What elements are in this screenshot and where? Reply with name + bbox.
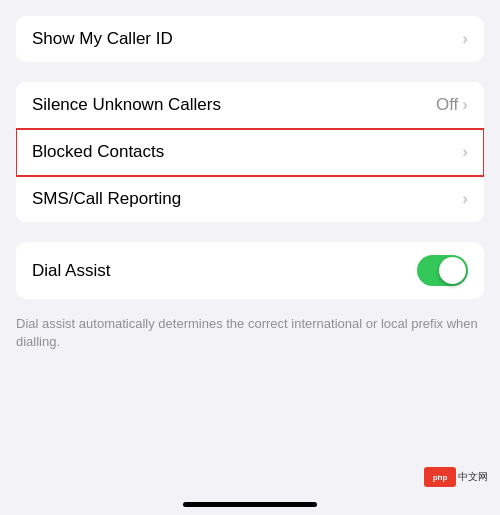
toggle-thumb <box>439 257 466 284</box>
dial-assist-toggle[interactable] <box>417 255 468 286</box>
watermark-logo: php <box>424 467 456 487</box>
dial-assist-description: Dial assist automatically determines the… <box>0 307 500 363</box>
show-caller-id-row[interactable]: Show My Caller ID › <box>16 16 484 62</box>
silence-unknown-row[interactable]: Silence Unknown Callers Off › <box>16 82 484 129</box>
silence-unknown-label: Silence Unknown Callers <box>32 95 221 115</box>
sms-call-reporting-right: › <box>462 189 468 209</box>
silence-unknown-right: Off › <box>436 95 468 115</box>
callers-section: Silence Unknown Callers Off › Blocked Co… <box>16 82 484 222</box>
sms-call-reporting-row[interactable]: SMS/Call Reporting › <box>16 176 484 222</box>
dial-assist-section: Dial Assist Dial assist automatically de… <box>0 242 500 363</box>
blocked-contacts-right: › <box>462 142 468 162</box>
dial-assist-row[interactable]: Dial Assist <box>16 242 484 299</box>
show-caller-id-right: › <box>462 29 468 49</box>
home-indicator <box>183 502 317 507</box>
show-caller-id-label: Show My Caller ID <box>32 29 173 49</box>
caller-id-section: Show My Caller ID › <box>16 16 484 62</box>
blocked-contacts-row[interactable]: Blocked Contacts › <box>16 129 484 176</box>
dial-assist-card: Dial Assist <box>16 242 484 299</box>
dial-assist-label: Dial Assist <box>32 261 110 281</box>
watermark-text: 中文网 <box>458 470 488 484</box>
blocked-contacts-label: Blocked Contacts <box>32 142 164 162</box>
blocked-contacts-chevron: › <box>462 142 468 162</box>
watermark: php 中文网 <box>424 467 488 487</box>
toggle-track <box>417 255 468 286</box>
show-caller-id-chevron: › <box>462 29 468 49</box>
sms-call-reporting-chevron: › <box>462 189 468 209</box>
settings-page: Show My Caller ID › Silence Unknown Call… <box>0 0 500 379</box>
silence-unknown-chevron: › <box>462 95 468 115</box>
silence-unknown-value: Off <box>436 95 458 115</box>
sms-call-reporting-label: SMS/Call Reporting <box>32 189 181 209</box>
